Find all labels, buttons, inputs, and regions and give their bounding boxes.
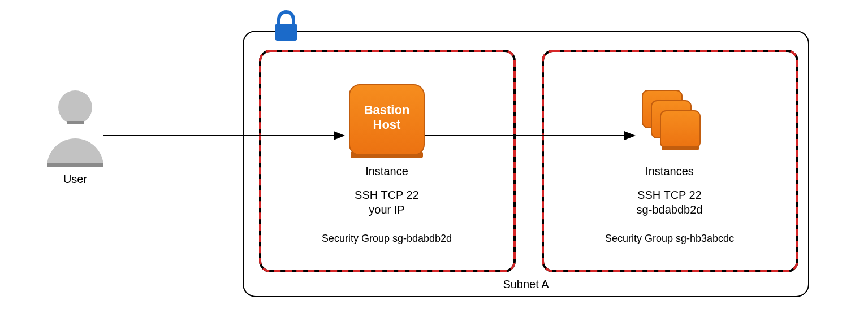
- svg-rect-13: [662, 146, 699, 150]
- svg-rect-3: [275, 24, 297, 41]
- user-label: User: [63, 173, 88, 185]
- bastion-rule-1: SSH TCP 22: [355, 189, 419, 201]
- subnet-box: [243, 31, 809, 297]
- instances-sg-label: Security Group sg-hb3abcdc: [605, 233, 734, 244]
- bastion-subtitle: Host: [373, 118, 401, 132]
- bastion-rule-2: your IP: [369, 203, 404, 216]
- svg-rect-2: [67, 121, 84, 124]
- instances-rule-2: sg-bdabdb2d: [637, 203, 703, 216]
- bastion-security-group: Bastion Host Instance SSH TCP 22 your IP…: [260, 51, 515, 271]
- architecture-diagram: User Subnet A Bastion Host Instance SSH …: [0, 0, 868, 326]
- svg-rect-1: [47, 163, 103, 167]
- lock-icon: [275, 12, 297, 41]
- instances-security-group: Instances SSH TCP 22 sg-bdabdb2d Securit…: [543, 51, 797, 271]
- bastion-instance-label: Instance: [365, 165, 408, 177]
- bastion-sg-label: Security Group sg-bdabdb2d: [322, 233, 452, 244]
- user-icon: [47, 90, 103, 167]
- svg-rect-12: [660, 111, 700, 148]
- instances-rule-1: SSH TCP 22: [637, 189, 702, 201]
- bastion-title: Bastion: [364, 103, 410, 117]
- subnet-label: Subnet A: [503, 278, 549, 290]
- instances-icon: [642, 90, 700, 150]
- svg-point-0: [58, 90, 92, 124]
- instances-label: Instances: [645, 165, 694, 177]
